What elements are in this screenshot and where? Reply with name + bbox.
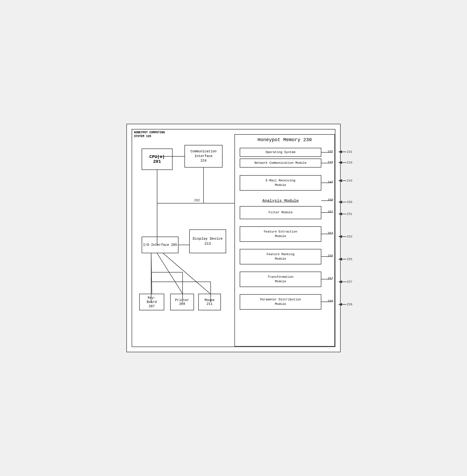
ref-243: 243 <box>328 180 333 184</box>
system-label: HONEYPOT COMPUTING SYSTEM 120 <box>134 131 165 138</box>
transform-label: TransformationModule <box>268 275 294 283</box>
svg-text:202: 202 <box>194 198 200 202</box>
ref-233: 233 <box>328 161 333 164</box>
feat-rank-label: Feature RankingModule <box>267 252 294 261</box>
mouse-box: Mouse211 <box>198 294 221 310</box>
os-label: Operating System <box>266 150 295 154</box>
svg-text:259: 259 <box>347 303 352 306</box>
printer-label: Printer209 <box>175 298 189 306</box>
feat-extract-label: Feature ExtractionModule <box>264 230 297 238</box>
email-box: E-Mail ReceivingModule <box>240 175 321 191</box>
email-label: E-Mail ReceivingModule <box>266 179 295 187</box>
netcomm-label: Network Communication Module <box>254 161 306 165</box>
feature-ranking-box: Feature RankingModule <box>240 249 321 264</box>
io-interface-box: I/O Interface 205 <box>142 237 179 253</box>
keyboard-label: Key-Board207 <box>147 296 157 309</box>
svg-text:253: 253 <box>347 235 352 238</box>
svg-line-21 <box>151 253 152 294</box>
svg-text:250: 250 <box>347 200 352 204</box>
outer-system-box: HONEYPOT COMPUTING SYSTEM 120 CPU(s) 201… <box>132 129 335 347</box>
ref-253: 253 <box>328 232 333 235</box>
ref-231: 231 <box>328 150 333 154</box>
cpu-number: 201 <box>149 159 165 164</box>
cpu-box: CPU(s) 201 <box>142 149 173 170</box>
memory-outer-box: Honeypot Memory 230 Operating System Net… <box>234 134 335 347</box>
comm-interface-box: CommunicationInterfaceCommunication Inte… <box>184 145 222 167</box>
svg-text:231: 231 <box>347 150 352 154</box>
netcomm-box: Network Communication Module <box>240 158 321 167</box>
mouse-label: Mouse211 <box>205 298 214 306</box>
comm-label: CommunicationInterfaceCommunication Inte… <box>190 149 216 163</box>
cpu-label: CPU(s) <box>149 154 165 159</box>
ref-255: 255 <box>328 254 333 258</box>
display-device-box: Display Device213 <box>189 230 226 253</box>
svg-text:233: 233 <box>347 161 352 165</box>
memory-title: Honeypot Memory 230 <box>258 137 312 142</box>
ref-259: 259 <box>328 299 333 303</box>
ref-251: 251 <box>328 210 333 214</box>
param-dist-box: Parameter DistributionModule <box>240 294 321 310</box>
analysis-module-label: Analysis Module <box>240 198 321 203</box>
feature-extraction-box: Feature ExtractionModule <box>240 226 321 242</box>
svg-line-22 <box>157 253 182 294</box>
filter-label: Filter Module <box>269 210 293 215</box>
filter-box: Filter Module <box>240 206 321 219</box>
param-dist-label: Parameter DistributionModule <box>260 297 301 306</box>
svg-text:255: 255 <box>347 257 352 261</box>
ref-250: 250 <box>328 198 333 202</box>
keyboard-box: Key-Board207 <box>139 294 164 310</box>
printer-box: Printer209 <box>170 294 194 310</box>
ref-257: 257 <box>328 277 333 280</box>
io-label: I/O Interface 205 <box>143 243 177 247</box>
display-label: Display Device213 <box>193 236 222 246</box>
svg-line-23 <box>163 253 210 294</box>
svg-text:257: 257 <box>347 280 352 284</box>
svg-text:251: 251 <box>347 212 352 216</box>
transformation-box: TransformationModule <box>240 271 321 287</box>
svg-text:243: 243 <box>347 179 352 182</box>
os-box: Operating System <box>240 148 321 157</box>
